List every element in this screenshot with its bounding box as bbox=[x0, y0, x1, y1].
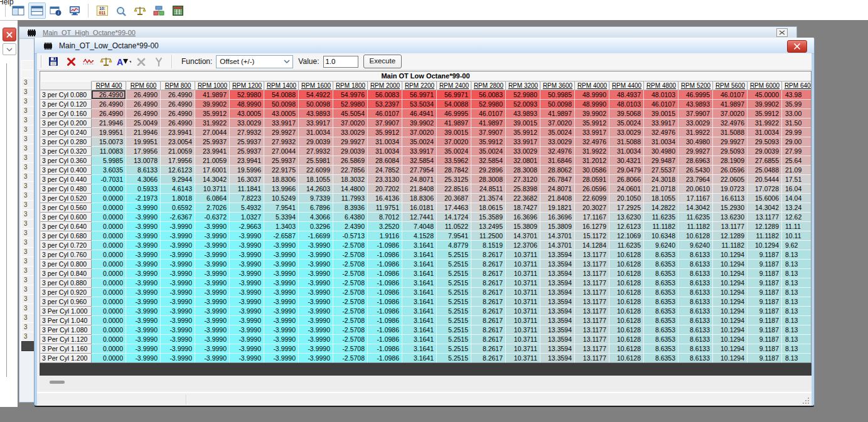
table-cell[interactable]: 29.9927 bbox=[264, 128, 299, 137]
col-header[interactable]: RPM 4800 bbox=[644, 81, 678, 90]
table-cell[interactable]: 0.5933 bbox=[126, 184, 161, 194]
table-cell[interactable]: 11.1182 bbox=[678, 222, 713, 231]
table-cell[interactable]: -3.9990 bbox=[161, 316, 195, 325]
table-cell[interactable]: -0.7031 bbox=[92, 175, 126, 184]
table-cell[interactable]: 20.1050 bbox=[609, 194, 644, 203]
table-cell[interactable]: 43.98 bbox=[782, 90, 812, 100]
table-cell[interactable]: -3.9990 bbox=[264, 344, 299, 354]
row-header[interactable]: 3 per Cyl 0.080 bbox=[40, 90, 92, 100]
table-cell[interactable]: 8.6133 bbox=[126, 166, 161, 175]
table-cell[interactable]: 17.51 bbox=[782, 175, 812, 184]
table-cell[interactable]: -3.9990 bbox=[195, 231, 230, 241]
table-cell[interactable]: 13.3594 bbox=[540, 354, 575, 363]
table-cell[interactable]: 25.3125 bbox=[437, 175, 471, 184]
table-cell[interactable]: 5.2515 bbox=[437, 297, 471, 307]
row-header[interactable]: 3 per Cyl 0.920 bbox=[40, 288, 92, 297]
table-cell[interactable]: 23.7964 bbox=[678, 175, 713, 184]
table-cell[interactable]: 10.1294 bbox=[713, 269, 747, 278]
table-cell[interactable]: 8.13 bbox=[782, 335, 812, 344]
table-cell[interactable]: -3.9990 bbox=[195, 354, 230, 363]
table-cell[interactable]: 3.1641 bbox=[402, 297, 437, 307]
table-cell[interactable]: 26.4990 bbox=[92, 90, 126, 100]
table-cell[interactable]: 28.6963 bbox=[678, 156, 713, 166]
table-cell[interactable]: -3.9990 bbox=[264, 288, 299, 297]
table-cell[interactable]: 6.0864 bbox=[195, 194, 230, 203]
table-cell[interactable]: 10.3711 bbox=[506, 325, 540, 335]
table-cell[interactable]: 31.5088 bbox=[713, 128, 747, 137]
table-cell[interactable]: 52.9980 bbox=[506, 90, 540, 100]
table-cell[interactable]: 31.9922 bbox=[747, 119, 782, 128]
row-header[interactable]: 3 Per Cyl 1.200 bbox=[40, 354, 92, 363]
table-cell[interactable]: 18.7427 bbox=[506, 203, 540, 213]
table-cell[interactable]: -3.9990 bbox=[230, 307, 264, 316]
table-cell[interactable]: 8.6133 bbox=[678, 260, 713, 269]
table-cell[interactable]: 16.1279 bbox=[575, 222, 609, 231]
table-cell[interactable]: 5.2515 bbox=[437, 288, 471, 297]
table-cell[interactable]: 28.7842 bbox=[437, 166, 471, 175]
table-cell[interactable]: 26.4990 bbox=[161, 109, 195, 119]
table-cell[interactable]: 33.0029 bbox=[540, 137, 575, 147]
table-cell[interactable]: 35.9912 bbox=[195, 109, 230, 119]
table-cell[interactable]: 8.6353 bbox=[644, 316, 678, 325]
table-cell[interactable]: 0.0000 bbox=[92, 231, 126, 241]
table-cell[interactable]: 18.8306 bbox=[402, 194, 437, 203]
table-cell[interactable]: 8.6353 bbox=[644, 269, 678, 278]
table-cell[interactable]: 27.3120 bbox=[506, 175, 540, 184]
table-cell[interactable]: 33.00 bbox=[782, 109, 812, 119]
table-cell[interactable]: -2.5708 bbox=[333, 344, 368, 354]
table-cell[interactable]: 35.0024 bbox=[471, 147, 506, 156]
table-cell[interactable]: 3.1641 bbox=[402, 344, 437, 354]
table-cell[interactable]: 29.0039 bbox=[299, 137, 333, 147]
table-cell[interactable]: 26.5430 bbox=[678, 166, 713, 175]
table-cell[interactable]: 3.1641 bbox=[402, 269, 437, 278]
table-cell[interactable]: 11.6235 bbox=[678, 213, 713, 222]
table-cell[interactable]: 1.3403 bbox=[264, 222, 299, 231]
col-header[interactable]: RPM 5200 bbox=[678, 81, 713, 90]
table-cell[interactable]: 28.3008 bbox=[471, 175, 506, 184]
table-cell[interactable]: 22.6099 bbox=[299, 166, 333, 175]
table-cell[interactable]: 8.2617 bbox=[471, 288, 506, 297]
table-cell[interactable]: 13.24 bbox=[782, 203, 812, 213]
table-cell[interactable]: 5.2515 bbox=[437, 325, 471, 335]
table-cell[interactable]: 33.9917 bbox=[575, 128, 609, 137]
table-cell[interactable]: 0.0000 bbox=[92, 278, 126, 288]
table-cell[interactable]: 26.5869 bbox=[333, 156, 368, 166]
table-cell[interactable]: 45.0000 bbox=[747, 90, 782, 100]
table-cell[interactable]: 10.1294 bbox=[747, 241, 782, 250]
table-cell[interactable]: 21.0059 bbox=[195, 156, 230, 166]
table-cell[interactable]: -2.5708 bbox=[333, 288, 368, 297]
table-cell[interactable]: 29.5093 bbox=[747, 137, 782, 147]
table-cell[interactable]: 10.1294 bbox=[713, 297, 747, 307]
table-cell[interactable]: 8.13 bbox=[782, 250, 812, 260]
table-cell[interactable]: 8.6133 bbox=[678, 316, 713, 325]
table-cell[interactable]: 43.0005 bbox=[230, 109, 264, 119]
table-cell[interactable]: 33.0029 bbox=[678, 119, 713, 128]
table-cell[interactable]: 32.5854 bbox=[402, 156, 437, 166]
table-cell[interactable]: 8.13 bbox=[782, 316, 812, 325]
table-cell[interactable]: 17.6001 bbox=[195, 166, 230, 175]
table-cell[interactable]: -3.9990 bbox=[299, 325, 333, 335]
table-cell[interactable]: 9.1187 bbox=[747, 250, 782, 260]
table-cell[interactable]: -3.9990 bbox=[195, 278, 230, 288]
table-cell[interactable]: 3.1641 bbox=[402, 316, 437, 325]
table-cell[interactable]: 13.2495 bbox=[471, 222, 506, 231]
table-cell[interactable]: 15.0073 bbox=[92, 137, 126, 147]
table-cell[interactable]: 0.0000 bbox=[92, 194, 126, 203]
table-cell[interactable]: 8.6133 bbox=[678, 288, 713, 297]
table-cell[interactable]: 0.0000 bbox=[92, 344, 126, 354]
table-cell[interactable]: -3.9990 bbox=[126, 269, 161, 278]
table-cell[interactable]: 27.9932 bbox=[230, 128, 264, 137]
table-cell[interactable]: 31.0034 bbox=[368, 137, 402, 147]
table-cell[interactable]: 8.6353 bbox=[644, 297, 678, 307]
table-editor-window[interactable]: Main_OT_Low_Octane*99-00 A Function: Off… bbox=[35, 38, 814, 406]
table-cell[interactable]: 43.9893 bbox=[506, 109, 540, 119]
table-cell[interactable]: 4.3066 bbox=[126, 175, 161, 184]
table-cell[interactable]: 13.1177 bbox=[575, 344, 609, 354]
table-cell[interactable]: 26.4990 bbox=[126, 100, 161, 109]
table-cell[interactable]: 46.0107 bbox=[368, 109, 402, 119]
table-cell[interactable]: 39.9902 bbox=[575, 109, 609, 119]
table-cell[interactable]: 8.2617 bbox=[471, 354, 506, 363]
table-cell[interactable]: 31.0034 bbox=[368, 147, 402, 156]
table-cell[interactable]: 10.1294 bbox=[713, 325, 747, 335]
table-cell[interactable]: 22.7856 bbox=[333, 166, 368, 175]
